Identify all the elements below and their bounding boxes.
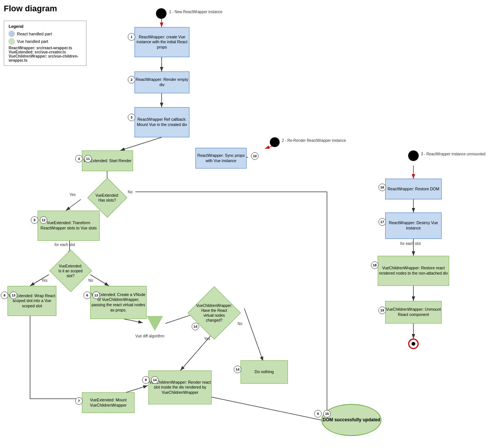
badge-2: 2 bbox=[128, 76, 135, 84]
start-node-3 bbox=[408, 150, 419, 161]
vue-legend-label: Vue handled part bbox=[17, 39, 48, 44]
node-5: VueExtended: Transform ReactWrapper slot… bbox=[38, 211, 100, 241]
end-node bbox=[408, 339, 419, 349]
label-no-hasslots: No bbox=[128, 190, 133, 194]
legend-title: Legend bbox=[9, 24, 82, 29]
svg-line-15 bbox=[210, 397, 327, 421]
badge-7: 7 bbox=[75, 397, 83, 405]
badge-18: 18 bbox=[371, 261, 378, 269]
badge-5a: 5 bbox=[31, 216, 38, 224]
start-label-2: 2 - Re-Render ReactWrapper instance bbox=[282, 138, 346, 143]
node-8: VueChildrenWrapper: Render react slot in… bbox=[148, 371, 212, 404]
node-10: ReactWrapper: Sync props with Vue instan… bbox=[195, 148, 247, 169]
node-6c: VueExtended: Create a VNode of VueChildr… bbox=[90, 286, 147, 319]
badge-6cb: 13 bbox=[92, 292, 100, 299]
start-label-1: 1 - New ReactWrapper instance bbox=[169, 10, 222, 14]
node-9: DOM successfully updated bbox=[321, 404, 381, 436]
badge-8a: 8 bbox=[142, 376, 150, 384]
legend-files: ReactWrapper: src/react-wrapper.ts VueEx… bbox=[9, 46, 82, 62]
label-foreach-slot2: for each slot bbox=[400, 241, 421, 246]
canvas: Flow diagram Legend React handled part V… bbox=[0, 0, 504, 448]
filter-triangle bbox=[147, 316, 163, 331]
node-7: VueExtended: Mount VueChildrenWrapper bbox=[82, 392, 135, 413]
svg-line-14 bbox=[244, 308, 263, 361]
node-16: ReactWrapper: Restore DOM bbox=[385, 179, 442, 199]
badge-14b: 14 bbox=[234, 366, 241, 373]
badge-9b: 15 bbox=[323, 410, 331, 418]
node-17: ReactWrapper: Destroy Vue instance bbox=[385, 213, 442, 239]
badge-6a: 6 bbox=[1, 292, 8, 299]
start-label-3: 3 - ReactWrapper instance unmounted bbox=[421, 152, 486, 156]
badge-14a: 14 bbox=[192, 323, 199, 330]
react-legend-circle bbox=[9, 31, 15, 37]
badge-6b: 13 bbox=[10, 292, 17, 299]
page-title: Flow diagram bbox=[4, 4, 57, 14]
end-node-inner bbox=[412, 342, 415, 346]
node-6b: VueExtended: Wrap React scoped slot into… bbox=[8, 286, 56, 316]
label-foreach-slot: for each slot bbox=[54, 243, 75, 247]
label-vue-diff: Vue diff algorithm bbox=[135, 334, 164, 338]
badge-4a: 4 bbox=[75, 155, 83, 162]
badge-5b: 12 bbox=[40, 216, 47, 224]
badge-4b: 11 bbox=[84, 155, 92, 162]
legend: Legend React handled part Vue handled pa… bbox=[4, 21, 86, 66]
svg-line-11 bbox=[124, 319, 143, 323]
label-no-changed: No bbox=[238, 322, 242, 326]
label-yes-scoped: Yes bbox=[41, 278, 47, 282]
node-19: VueChildrenWrapper: Unmount React compon… bbox=[385, 301, 442, 323]
badge-9a: 9 bbox=[314, 410, 322, 418]
node-1: ReactWrapper: create Vue instance with t… bbox=[135, 27, 189, 57]
vue-legend-circle bbox=[9, 38, 15, 44]
svg-line-5 bbox=[120, 137, 162, 150]
node-2: ReactWrapper: Render empty div bbox=[135, 71, 189, 93]
label-yes-hasslots: Yes bbox=[70, 193, 76, 197]
react-legend-label: React handled part bbox=[17, 32, 52, 36]
node-18: VueChildrenWrapper: Restore react render… bbox=[378, 256, 449, 286]
label-yes-changed: Yes bbox=[204, 337, 210, 341]
start-node-2 bbox=[270, 137, 280, 147]
badge-10: 10 bbox=[251, 152, 259, 160]
badge-16: 16 bbox=[378, 184, 386, 191]
badge-19: 19 bbox=[378, 307, 386, 314]
label-no-scoped: No bbox=[88, 278, 93, 282]
badge-17: 17 bbox=[378, 218, 386, 226]
badge-3: 3 bbox=[128, 114, 135, 121]
badge-1: 1 bbox=[128, 33, 135, 41]
badge-8b: 14 bbox=[151, 376, 159, 384]
badge-6ca: 6 bbox=[83, 292, 91, 299]
node-14b: Do nothing bbox=[241, 360, 288, 384]
node-3: ReactWrapper Ref callback: Mount Vue in … bbox=[135, 107, 189, 137]
n14a-diamond: VueChildrenWrapper: Have the React virtu… bbox=[188, 286, 241, 339]
start-node-1 bbox=[156, 8, 166, 19]
svg-line-7 bbox=[66, 199, 81, 211]
